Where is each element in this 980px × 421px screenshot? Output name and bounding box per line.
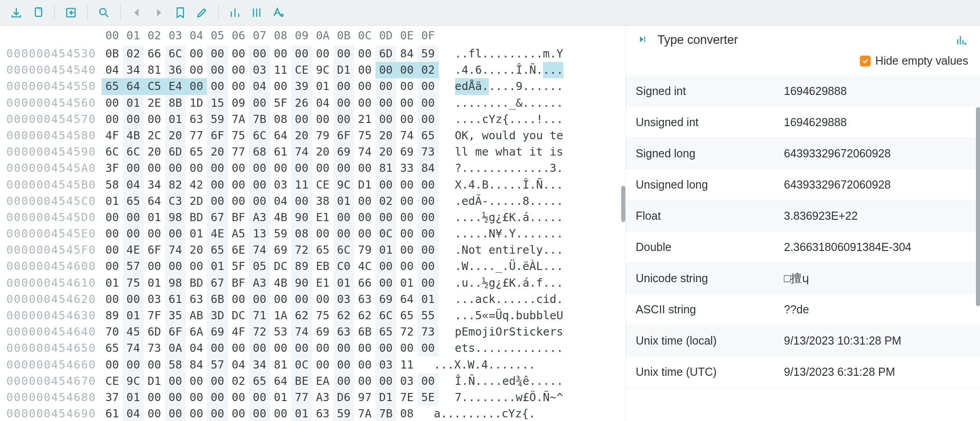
ascii-char[interactable]: . <box>523 340 530 356</box>
ascii-char[interactable]: . <box>469 111 475 128</box>
byte-cell[interactable]: 00 <box>249 340 270 356</box>
byte-cell[interactable]: 72 <box>249 324 270 340</box>
byte-cell[interactable]: 65 <box>249 373 270 389</box>
byte-cell[interactable]: 00 <box>375 258 397 274</box>
byte-cell[interactable]: 6C <box>249 128 270 144</box>
byte-cell[interactable]: 00 <box>354 226 375 242</box>
ascii-char[interactable]: t <box>536 144 543 160</box>
ascii-char[interactable]: 5 <box>475 307 482 324</box>
byte-cell[interactable]: 63 <box>186 111 207 128</box>
ascii-char[interactable]: . <box>475 226 482 242</box>
byte-cell[interactable]: 00 <box>228 340 249 356</box>
byte-cell[interactable]: 4B <box>270 275 291 291</box>
byte-cell[interactable]: CE <box>102 373 123 389</box>
byte-cell[interactable]: 01 <box>123 307 144 324</box>
byte-cell[interactable]: 00 <box>207 46 228 62</box>
ascii-char[interactable]: - <box>482 193 489 209</box>
byte-cell[interactable]: EB <box>312 258 333 274</box>
ascii-char[interactable]: w <box>482 128 489 144</box>
byte-cell[interactable]: 6E <box>228 242 249 258</box>
byte-cell[interactable]: DC <box>228 307 249 324</box>
byte-cell[interactable]: 00 <box>228 160 249 176</box>
ascii-char[interactable]: . <box>482 226 489 242</box>
byte-cell[interactable]: 00 <box>144 111 165 128</box>
ascii-col[interactable]: ets............. <box>439 340 563 356</box>
ascii-char[interactable]: ä <box>475 78 482 95</box>
ascii-char[interactable]: j <box>482 324 489 340</box>
ascii-char[interactable]: { <box>522 406 529 421</box>
ascii-char[interactable]: . <box>462 46 469 62</box>
ascii-char[interactable]: . <box>523 226 530 242</box>
ascii-char[interactable]: . <box>550 62 557 78</box>
byte-cell[interactable]: 9C <box>123 373 144 389</box>
ascii-char[interactable]: Y <box>509 226 516 242</box>
ascii-char[interactable]: d <box>509 128 516 144</box>
ascii-char[interactable]: Å <box>469 78 475 95</box>
byte-cell[interactable]: 36 <box>165 62 186 78</box>
ascii-col[interactable]: .....N¥.Y....... <box>439 226 563 242</box>
byte-cell[interactable]: D6 <box>333 389 355 406</box>
ascii-char[interactable]: K <box>462 128 469 144</box>
byte-cell[interactable]: 00 <box>186 389 207 406</box>
byte-cell[interactable]: 15 <box>207 95 228 111</box>
ascii-col[interactable]: ll me what it is <box>439 144 563 160</box>
ascii-char[interactable]: . <box>523 111 530 128</box>
ascii-char[interactable]: . <box>530 78 536 95</box>
byte-cell[interactable]: 00 <box>333 46 355 62</box>
ascii-char[interactable]: . <box>469 291 475 307</box>
byte-cell[interactable]: 67 <box>207 209 228 226</box>
ascii-char[interactable]: o <box>475 324 482 340</box>
byte-cell[interactable]: 00 <box>228 46 249 62</box>
byte-cell[interactable]: A3 <box>249 209 270 226</box>
byte-cell[interactable]: 64 <box>270 373 291 389</box>
ascii-char[interactable]: . <box>502 291 509 307</box>
byte-cell[interactable]: 00 <box>102 226 123 242</box>
ascii-char[interactable]: . <box>523 46 530 62</box>
byte-cell[interactable]: 00 <box>312 46 333 62</box>
byte-cell[interactable]: 04 <box>228 357 249 373</box>
byte-cell[interactable]: 00 <box>417 226 439 242</box>
bookmark-button[interactable] <box>170 3 190 23</box>
ascii-char[interactable]: . <box>489 177 496 193</box>
ascii-char[interactable]: . <box>495 357 502 373</box>
ascii-char[interactable]: t <box>516 144 523 160</box>
byte-cell[interactable]: 00 <box>249 160 270 176</box>
ascii-char[interactable]: . <box>557 373 563 389</box>
ascii-char[interactable]: . <box>543 242 550 258</box>
ascii-char[interactable]: . <box>489 95 496 111</box>
ascii-char[interactable]: b <box>536 307 543 324</box>
byte-cell[interactable]: 6D <box>165 144 186 160</box>
ascii-char[interactable]: £ <box>502 209 509 226</box>
byte-cell[interactable]: 00 <box>123 209 144 226</box>
byte-cell[interactable]: 01 <box>417 291 439 307</box>
byte-cell[interactable]: BD <box>186 209 207 226</box>
byte-cell[interactable]: 7B <box>375 406 397 421</box>
ascii-char[interactable]: d <box>550 291 557 307</box>
type-row[interactable]: Unicode string□擅ɥ <box>626 263 980 294</box>
byte-cell[interactable]: 00 <box>354 209 375 226</box>
byte-cell[interactable]: 82 <box>165 177 186 193</box>
byte-cell[interactable]: 02 <box>417 62 439 78</box>
ascii-col[interactable]: ?.............3. <box>439 160 563 176</box>
ascii-char[interactable]: . <box>495 406 502 421</box>
ascii-char[interactable]: . <box>502 389 509 406</box>
ascii-char[interactable]: . <box>550 193 557 209</box>
ascii-char[interactable]: . <box>523 62 530 78</box>
ascii-char[interactable]: . <box>543 373 550 389</box>
byte-cell[interactable]: 65 <box>102 78 123 95</box>
byte-cell[interactable]: 01 <box>333 193 355 209</box>
byte-cell[interactable]: 00 <box>123 357 144 373</box>
ascii-char[interactable]: a <box>509 144 516 160</box>
byte-cell[interactable]: 00 <box>186 258 207 274</box>
byte-cell[interactable]: 64 <box>144 193 165 209</box>
byte-cell[interactable]: 00 <box>102 258 123 274</box>
byte-cell[interactable]: 00 <box>207 340 228 356</box>
ascii-char[interactable]: e <box>543 324 550 340</box>
byte-cell[interactable]: 00 <box>123 160 144 176</box>
ascii-char[interactable]: . <box>550 46 557 62</box>
byte-cell[interactable]: 69 <box>207 324 228 340</box>
ascii-char[interactable]: . <box>462 177 469 193</box>
ascii-char[interactable]: c <box>482 111 489 128</box>
byte-cell[interactable]: 00 <box>417 275 439 291</box>
ascii-char[interactable]: . <box>536 160 543 176</box>
